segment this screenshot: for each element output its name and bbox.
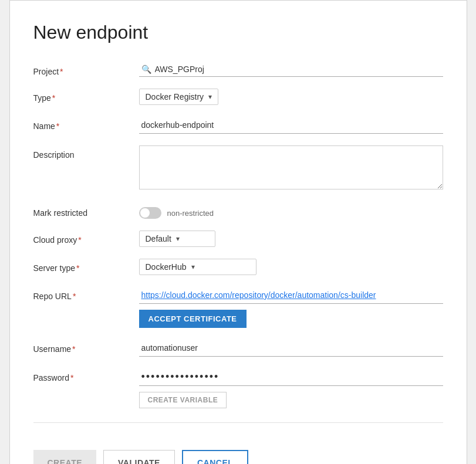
mark-restricted-row: Mark restricted non-restricted (33, 204, 443, 219)
password-control: •••••••••••••••• CREATE VARIABLE (139, 368, 443, 408)
name-control (139, 117, 443, 134)
name-row: Name* (33, 117, 443, 134)
restricted-toggle[interactable] (139, 207, 161, 219)
cancel-button[interactable]: CANCEL (182, 450, 248, 464)
password-dots: •••••••••••••••• (139, 368, 443, 386)
create-button[interactable]: CREATE (33, 450, 97, 464)
search-icon: 🔍 (141, 65, 151, 74)
cloud-proxy-label: Cloud proxy* (33, 231, 139, 245)
project-input[interactable] (155, 65, 441, 74)
chevron-down-icon: ▾ (208, 93, 212, 101)
type-control: Docker Registry ▾ (139, 89, 443, 105)
project-control: 🔍 (139, 62, 443, 77)
project-input-wrapper: 🔍 (139, 62, 443, 77)
description-label: Description (33, 145, 139, 160)
toggle-label: non-restricted (167, 209, 214, 218)
chevron-down-icon: ▾ (176, 235, 180, 243)
username-label: Username* (33, 340, 139, 354)
name-input[interactable] (139, 117, 443, 134)
repo-url-row: Repo URL* https://cloud.docker.com/repos… (33, 287, 443, 328)
username-input[interactable] (139, 340, 443, 357)
mark-restricted-control: non-restricted (139, 204, 443, 219)
project-row: Project* 🔍 (33, 62, 443, 77)
server-type-control: DockerHub ▾ (139, 259, 443, 275)
description-control (139, 145, 443, 192)
type-select[interactable]: Docker Registry ▾ (139, 89, 219, 105)
project-label: Project* (33, 62, 139, 76)
type-label: Type* (33, 89, 139, 103)
footer-buttons: CREATE VALIDATE CANCEL (33, 441, 443, 464)
cloud-proxy-row: Cloud proxy* Default ▾ (33, 231, 443, 247)
new-endpoint-dialog: New endpoint Project* 🔍 Type* Docker Reg… (9, 0, 467, 464)
username-control (139, 340, 443, 357)
cloud-proxy-value: Default (146, 234, 171, 243)
toggle-wrapper: non-restricted (139, 204, 443, 219)
create-variable-button[interactable]: CREATE VARIABLE (139, 392, 227, 408)
description-textarea[interactable] (139, 145, 443, 189)
type-select-value: Docker Registry (146, 92, 204, 101)
description-row: Description (33, 145, 443, 192)
type-row: Type* Docker Registry ▾ (33, 89, 443, 105)
accept-certificate-button[interactable]: ACCEPT CERTIFICATE (139, 310, 247, 328)
validate-button[interactable]: VALIDATE (103, 450, 175, 464)
cloud-proxy-select[interactable]: Default ▾ (139, 231, 215, 247)
toggle-knob (140, 208, 150, 218)
page-title: New endpoint (33, 22, 443, 43)
repo-url-label: Repo URL* (33, 287, 139, 301)
username-row: Username* (33, 340, 443, 357)
repo-url-control: https://cloud.docker.com/repository/dock… (139, 287, 443, 328)
repo-url-value: https://cloud.docker.com/repository/dock… (139, 287, 443, 304)
server-type-row: Server type* DockerHub ▾ (33, 259, 443, 275)
password-label: Password* (33, 368, 139, 382)
password-row: Password* •••••••••••••••• CREATE VARIAB… (33, 368, 443, 408)
server-type-select[interactable]: DockerHub ▾ (139, 259, 256, 275)
cloud-proxy-control: Default ▾ (139, 231, 443, 247)
mark-restricted-label: Mark restricted (33, 204, 139, 218)
server-type-value: DockerHub (146, 262, 187, 272)
chevron-down-icon: ▾ (191, 263, 195, 271)
server-type-label: Server type* (33, 259, 139, 273)
divider (33, 422, 443, 423)
name-label: Name* (33, 117, 139, 131)
